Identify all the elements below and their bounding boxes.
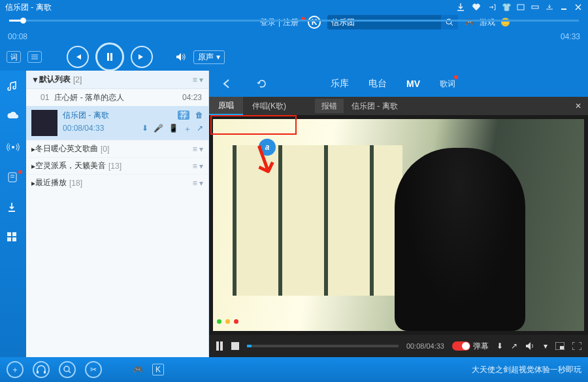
- nav-tabs: 乐库 电台 MV 歌词: [209, 71, 588, 97]
- compact-icon[interactable]: [531, 3, 540, 12]
- svg-rect-7: [7, 237, 11, 241]
- row-download-icon[interactable]: ⬇: [142, 124, 148, 135]
- play-pause-button[interactable]: [95, 43, 124, 71]
- nav-refresh-icon[interactable]: [256, 78, 272, 90]
- promo-text[interactable]: 大天使之剑超视觉体验一秒即玩: [472, 364, 581, 375]
- video-stop-icon[interactable]: [231, 342, 239, 350]
- games-label[interactable]: 游戏: [480, 17, 495, 28]
- video-player[interactable]: a: [213, 119, 584, 331]
- row-mic-icon[interactable]: 🎤: [154, 124, 163, 135]
- playlist-group[interactable]: ▸ 空灵派系，天籁美音[13]≡ ▾: [26, 157, 208, 174]
- svg-point-3: [12, 146, 14, 148]
- time-total: 04:33: [561, 32, 580, 41]
- playlist-group[interactable]: ▸ 最近播放[18]≡ ▾: [26, 174, 208, 191]
- video-pause-icon[interactable]: [216, 341, 223, 351]
- nav-back-icon[interactable]: [221, 78, 237, 90]
- bb-game-icon[interactable]: 🎮: [133, 365, 143, 374]
- video-fullscreen-icon[interactable]: [572, 342, 581, 350]
- rail-download-icon[interactable]: [7, 201, 20, 215]
- search-button[interactable]: [441, 15, 458, 29]
- prev-button[interactable]: [67, 46, 89, 68]
- volume-icon[interactable]: [175, 52, 187, 62]
- svg-rect-6: [12, 232, 16, 236]
- svg-rect-5: [7, 232, 11, 236]
- tab-lyrics[interactable]: 歌词: [440, 78, 455, 90]
- group-menu-icon[interactable]: ≡ ▾: [193, 145, 203, 154]
- bb-k-icon[interactable]: K: [152, 364, 164, 375]
- row-add-icon[interactable]: ＋: [184, 124, 191, 135]
- login-link[interactable]: 登录: [260, 17, 276, 28]
- svg-rect-9: [231, 342, 239, 350]
- close-icon[interactable]: [574, 3, 583, 12]
- tab-radio[interactable]: 电台: [368, 78, 387, 90]
- video-tab-original[interactable]: 原唱: [209, 97, 243, 115]
- row-phone-icon[interactable]: 📱: [169, 124, 178, 135]
- playlist-row[interactable]: 01 庄心妍 - 落单的恋人 04:23: [26, 89, 208, 106]
- video-controls: 00:08/04:33 弹幕 ⬇ ↗ ▾: [209, 335, 588, 357]
- row-share-icon[interactable]: ↗: [197, 124, 203, 135]
- video-share-icon[interactable]: ↗: [511, 341, 517, 351]
- search-box[interactable]: [327, 15, 458, 29]
- video-pip-icon[interactable]: [555, 342, 564, 350]
- bottom-bar: ＋ ✂ 🎮 K 大天使之剑超视觉体验一秒即玩: [0, 357, 588, 382]
- video-seek-bar[interactable]: [247, 345, 399, 347]
- content-area: 乐库 电台 MV 歌词 原唱 伴唱(K歌) 报错 信乐团 - 离歌 ✕ ↘ a: [209, 71, 588, 357]
- tray-icon[interactable]: [545, 3, 554, 12]
- tab-mv[interactable]: MV: [406, 78, 420, 89]
- download-icon[interactable]: [456, 3, 465, 12]
- now-playing-row[interactable]: 信乐团 - 离歌 荐 🗑 00:08/04:33 ⬇ 🎤 📱 ＋ ↗: [26, 106, 208, 140]
- playlist-group[interactable]: ▸ 冬日暖心英文歌曲[0]≡ ▾: [26, 140, 208, 157]
- report-button[interactable]: 报错: [315, 99, 344, 113]
- svg-rect-13: [44, 371, 46, 373]
- rail-history-icon[interactable]: [7, 171, 20, 184]
- video-volume-icon[interactable]: [525, 341, 536, 351]
- audio-source-dropdown[interactable]: 原声▾: [193, 50, 225, 64]
- video-title: 信乐团 - 离歌: [351, 101, 398, 112]
- playlist-button[interactable]: [27, 51, 42, 63]
- video-time: 00:08/04:33: [406, 342, 444, 350]
- video-download-icon[interactable]: ⬇: [497, 341, 503, 351]
- next-button[interactable]: [131, 46, 153, 68]
- bb-headphone-icon[interactable]: [33, 361, 50, 378]
- time-current: 00:08: [8, 32, 37, 41]
- video-close-icon[interactable]: ✕: [568, 101, 588, 111]
- rail-music-icon[interactable]: [7, 81, 20, 94]
- register-link[interactable]: 注册: [283, 17, 299, 28]
- bb-add-icon[interactable]: ＋: [7, 361, 24, 378]
- lyric-button[interactable]: 词: [7, 51, 21, 63]
- svg-rect-1: [532, 6, 538, 9]
- minimize-icon[interactable]: [559, 3, 568, 12]
- group-menu-icon[interactable]: ≡ ▾: [193, 179, 203, 188]
- svg-rect-0: [517, 5, 524, 10]
- window-title: 信乐团 - 离歌: [5, 2, 52, 13]
- bb-search-icon[interactable]: [59, 361, 76, 378]
- k-logo-icon[interactable]: K: [308, 16, 321, 29]
- mini-icon[interactable]: [516, 3, 525, 12]
- svg-rect-12: [37, 371, 39, 373]
- playlist-header[interactable]: ▼ 默认列表 [2] ≡ ▾: [26, 71, 208, 89]
- album-thumb: [31, 110, 57, 136]
- row-delete-icon[interactable]: 🗑: [195, 111, 203, 120]
- svg-rect-11: [560, 346, 564, 349]
- seek-bar[interactable]: [9, 20, 579, 22]
- tab-library[interactable]: 乐库: [331, 78, 349, 90]
- rail-cloud-icon[interactable]: [7, 111, 20, 124]
- video-tab-karaoke[interactable]: 伴唱(K歌): [243, 97, 295, 115]
- svg-rect-8: [12, 237, 16, 241]
- playlist-menu-icon[interactable]: ≡ ▾: [193, 75, 203, 84]
- share-icon[interactable]: [487, 3, 497, 12]
- group-menu-icon[interactable]: ≡ ▾: [193, 162, 203, 171]
- video-tabs: 原唱 伴唱(K歌) 报错 信乐团 - 离歌 ✕: [209, 97, 588, 115]
- rail-radio-icon[interactable]: [7, 141, 20, 154]
- bb-cut-icon[interactable]: ✂: [85, 361, 102, 378]
- playlist-panel: ▼ 默认列表 [2] ≡ ▾ 01 庄心妍 - 落单的恋人 04:23 信乐团 …: [26, 71, 209, 357]
- skin-icon[interactable]: 👕: [502, 3, 511, 12]
- channel-logo: a: [259, 139, 276, 156]
- left-rail: [0, 71, 26, 357]
- danmu-toggle[interactable]: 弹幕: [452, 341, 489, 352]
- heart-icon[interactable]: [472, 3, 481, 12]
- svg-point-14: [64, 366, 69, 372]
- rail-apps-icon[interactable]: [7, 232, 20, 245]
